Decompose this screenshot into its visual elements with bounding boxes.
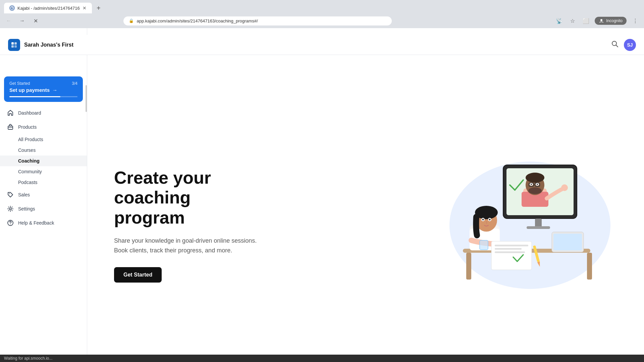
sidebar-subitem-courses[interactable]: Courses xyxy=(0,145,87,156)
svg-point-11 xyxy=(9,208,11,210)
svg-rect-5 xyxy=(14,45,17,48)
reload-button[interactable]: ✕ xyxy=(31,16,40,25)
help-icon xyxy=(7,219,14,227)
scrollbar[interactable] xyxy=(86,85,87,112)
top-bar: Sarah Jonas's First SJ xyxy=(0,35,644,55)
new-tab-button[interactable]: + xyxy=(93,3,104,13)
menu-button[interactable]: ⋮ xyxy=(631,16,640,25)
coaching-label: Coaching xyxy=(18,158,40,164)
svg-rect-50 xyxy=(553,234,582,250)
svg-point-13 xyxy=(10,224,11,225)
heading-line2: program xyxy=(114,208,185,227)
sidebar-subitem-coaching[interactable]: Coaching xyxy=(0,156,87,166)
get-started-banner[interactable]: Get Started 3/4 Set up payments → xyxy=(4,76,83,102)
top-bar-left: Sarah Jonas's First xyxy=(8,39,73,51)
tab-title: Kajabi - /admin/sites/214764716 xyxy=(17,6,80,11)
get-started-title: Set up payments → xyxy=(9,87,77,93)
svg-rect-44 xyxy=(495,248,522,250)
status-bar: Waiting for api.smooch.io... xyxy=(0,355,644,362)
svg-point-19 xyxy=(526,173,544,183)
user-avatar[interactable]: SJ xyxy=(624,39,636,51)
split-screen-icon[interactable]: ⬜ xyxy=(581,16,591,25)
tab-close-button[interactable]: ✕ xyxy=(83,5,87,11)
description-line1: Share your knowledge in goal-driven onli… xyxy=(114,237,257,244)
sidebar-item-sales[interactable]: Sales xyxy=(0,188,87,202)
sidebar-subitem-all-products[interactable]: All Products xyxy=(0,134,87,145)
help-label: Help & Feedback xyxy=(18,220,54,226)
page-heading: Create your coaching program xyxy=(114,168,282,228)
svg-rect-4 xyxy=(11,45,14,48)
search-button[interactable] xyxy=(611,40,619,49)
sidebar-scroll: Get Started 3/4 Set up payments → xyxy=(0,68,87,234)
get-started-progress: 3/4 xyxy=(72,81,77,86)
incognito-label: Incognito xyxy=(606,18,623,23)
svg-rect-29 xyxy=(535,219,542,227)
address-text: app.kajabi.com/admin/sites/2147647163/co… xyxy=(137,18,258,23)
svg-point-26 xyxy=(537,184,538,185)
search-icon xyxy=(611,40,619,48)
page-description: Share your knowledge in goal-driven onli… xyxy=(114,236,282,255)
tag-icon xyxy=(7,191,14,198)
sidebar-item-products[interactable]: Products xyxy=(0,120,87,134)
svg-point-1 xyxy=(600,19,602,21)
back-button[interactable]: ← xyxy=(4,16,13,25)
active-tab[interactable]: Kajabi - /admin/sites/214764716 ✕ xyxy=(4,3,92,13)
get-started-cta: Set up payments xyxy=(9,87,50,93)
box-icon xyxy=(7,123,14,131)
cast-icon[interactable]: 📡 xyxy=(554,16,564,25)
progress-bar-track xyxy=(9,96,77,97)
gear-icon xyxy=(7,205,14,213)
sidebar: Get Started 3/4 Set up payments → xyxy=(0,28,87,362)
browser-toolbar-right: 📡 ☆ ⬜ Incognito ⋮ xyxy=(554,16,640,25)
people-illustration xyxy=(436,155,604,296)
products-label: Products xyxy=(18,124,37,130)
home-icon xyxy=(7,109,14,117)
coaching-illustration xyxy=(436,155,610,296)
svg-rect-33 xyxy=(587,253,592,280)
sidebar-item-help[interactable]: Help & Feedback xyxy=(0,216,87,230)
svg-marker-47 xyxy=(537,261,541,267)
courses-label: Courses xyxy=(18,147,36,153)
dashboard-label: Dashboard xyxy=(18,110,41,116)
browser-titlebar: Kajabi - /admin/sites/214764716 ✕ + xyxy=(0,0,644,13)
svg-point-10 xyxy=(9,193,10,194)
arrow-icon: → xyxy=(52,87,57,93)
get-started-button[interactable]: Get Started xyxy=(114,267,162,283)
sales-label: Sales xyxy=(18,192,30,197)
sidebar-subitem-podcasts[interactable]: Podcasts xyxy=(0,177,87,188)
svg-point-41 xyxy=(489,219,491,221)
svg-rect-3 xyxy=(14,42,17,45)
svg-rect-30 xyxy=(527,226,550,229)
incognito-icon xyxy=(599,18,604,23)
address-bar[interactable]: 🔒 app.kajabi.com/admin/sites/2147647163/… xyxy=(123,16,392,25)
svg-rect-48 xyxy=(480,240,488,250)
sidebar-item-dashboard[interactable]: Dashboard xyxy=(0,106,87,120)
progress-bar-fill xyxy=(9,96,60,97)
all-products-label: All Products xyxy=(18,137,43,142)
svg-rect-43 xyxy=(495,245,528,246)
forward-button[interactable]: → xyxy=(17,16,27,25)
get-started-label: Get Started xyxy=(9,81,30,86)
svg-rect-46 xyxy=(533,245,540,262)
browser-chrome: Kajabi - /admin/sites/214764716 ✕ + ← → … xyxy=(0,0,644,28)
browser-tabs: Kajabi - /admin/sites/214764716 ✕ + xyxy=(4,3,104,13)
site-name: Sarah Jonas's First xyxy=(24,42,73,48)
page-content: Create your coaching program Share your … xyxy=(87,68,644,362)
page-text: Create your coaching program Share your … xyxy=(114,168,282,283)
sidebar-subitem-community[interactable]: Community xyxy=(0,166,87,177)
sidebar-item-settings[interactable]: Settings xyxy=(0,202,87,216)
get-started-header: Get Started 3/4 xyxy=(9,81,77,86)
svg-rect-8 xyxy=(8,126,13,129)
heading-line1: Create your coaching xyxy=(114,168,211,207)
status-text: Waiting for api.smooch.io... xyxy=(4,356,52,361)
kajabi-logo-icon xyxy=(11,42,17,48)
incognito-button[interactable]: Incognito xyxy=(595,17,627,25)
bookmark-icon[interactable]: ☆ xyxy=(568,16,577,25)
svg-rect-2 xyxy=(11,42,14,45)
app-logo xyxy=(8,39,20,51)
podcasts-label: Podcasts xyxy=(18,180,38,185)
top-bar-right: SJ xyxy=(611,39,636,51)
settings-label: Settings xyxy=(18,206,35,212)
browser-toolbar: ← → ✕ 🔒 app.kajabi.com/admin/sites/21476… xyxy=(0,13,644,28)
tab-favicon xyxy=(9,5,15,11)
